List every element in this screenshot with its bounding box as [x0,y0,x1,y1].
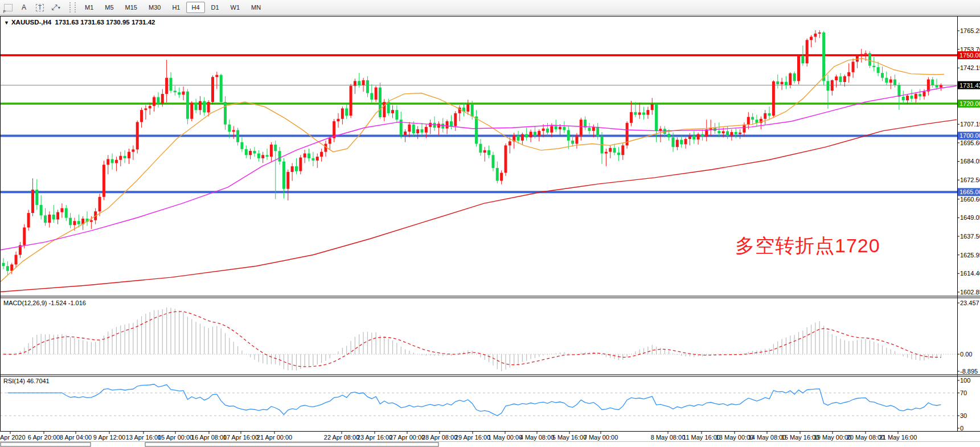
level-1665.00-badge-label: 1665.00 [960,188,980,195]
rsi-value: 46.7041 [27,378,50,384]
macd-values: -1.524 -1.016 [48,300,85,306]
time-axis-label: 8 Apr 04:00 [60,434,92,441]
current-price-badge-label: 1731.42 [960,82,980,89]
time-axis-label: 17 Apr 16:00 [223,434,259,441]
time-axis-label: 1 May 00:00 [488,434,523,441]
level-1750.00-badge-label: 1750.00 [960,52,980,59]
macd-axis-label: 23.457 [960,300,979,306]
time-axis-label: 9 Apr 12:00 [93,434,125,441]
price-axis-label: 1742.15 [960,64,980,71]
time-axis-label: 8 May 08:00 [651,434,686,441]
time-axis-label: 21 May 16:00 [879,434,917,441]
time-axis-label: 29 Apr 16:00 [455,434,490,441]
time-axis-label: 21 Apr 00:00 [257,434,292,441]
price-axis-label: 1625.95 [960,252,980,259]
rsi-axis-label: 70 [960,389,967,396]
time-axis-label: 16 Apr 08:00 [191,434,227,441]
chart-annotation-text[interactable]: 多空转折点1720 [735,233,880,259]
price-axis-label: 1765.25 [960,27,980,34]
time-axis-label: 19 May 00:00 [814,434,852,441]
time-axis-label: 23 Apr 16:00 [357,434,392,441]
scrollbar-thumb [145,442,438,446]
time-axis-label: 14 May 08:00 [748,434,786,441]
rsi-axis-label: 0 [960,425,963,432]
time-axis-label: 5 May 16:00 [552,434,587,441]
price-axis-label: 1672.50 [960,177,980,183]
rsi-axis-label: 100 [960,377,970,384]
time-axis-label: 4 May 08:00 [520,434,555,441]
price-axis-label: 1660.60 [960,196,980,203]
price-axis-label: 1602.85 [960,289,980,296]
time-axis-label: 13 Apr 16:00 [126,434,161,441]
time-axis-label: 15 Apr 00:00 [158,434,193,441]
macd-indicator-label: MACD(12,26,9) -1.524 -1.016 [3,300,86,306]
time-axis-label: 22 Apr 08:00 [324,434,359,441]
chart-canvas[interactable]: 1765.251753.701742.151707.151695.601684.… [0,0,980,447]
price-axis-label: 1707.15 [960,121,980,128]
quote-ohlc-values: 1731.63 1731.63 1730.95 1731.42 [55,19,155,26]
level-1700.00-badge-label: 1700.00 [960,132,980,139]
macd-axis-label: 0.00 [960,351,972,358]
rsi-indicator-label: RSI(14) 46.7041 [3,378,50,384]
price-axis-label: 1614.40 [960,270,980,277]
time-axis-label: 28 Apr 08:00 [422,434,457,441]
time-axis-label: 11 May 16:00 [683,434,720,441]
rsi-axis-label: 30 [960,412,967,419]
price-axis-label: 1637.50 [960,233,980,240]
chart-title: ▼XAUUSD-,H4 1731.63 1731.63 1730.95 1731… [4,19,155,26]
time-axis-label: 3 Apr 2020 [0,434,26,441]
symbol-timeframe-label: XAUUSD-,H4 [11,19,51,26]
price-axis-label: 1649.05 [960,214,980,221]
time-axis-label: 7 May 00:00 [584,434,618,441]
macd-axis-label: -8.895 [960,368,978,375]
price-axis-label: 1695.60 [960,140,980,146]
symbol-dropdown-icon[interactable]: ▼ [4,20,9,26]
time-axis-label: 6 Apr 20:00 [28,434,60,441]
level-1720.00-badge-label: 1720.00 [960,100,980,107]
price-axis-label: 1684.05 [960,158,980,165]
scrollbar-segment [1,442,91,446]
time-axis-label: 27 Apr 00:00 [389,434,425,441]
